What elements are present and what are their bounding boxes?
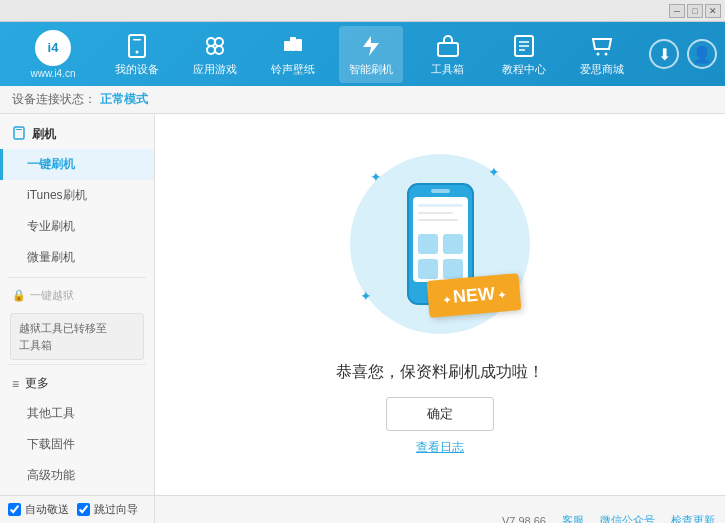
sidebar-notice: 越狱工具已转移至工具箱 <box>10 313 144 360</box>
svg-rect-2 <box>133 39 141 41</box>
svg-point-5 <box>207 46 215 54</box>
svg-rect-28 <box>418 259 438 279</box>
sidebar-divider-1 <box>8 277 146 278</box>
nav-toolbox[interactable]: 工具箱 <box>418 26 478 83</box>
maximize-button[interactable]: □ <box>687 4 703 18</box>
minimize-button[interactable]: ─ <box>669 4 685 18</box>
svg-point-16 <box>604 52 607 55</box>
sidebar-item-data-flash[interactable]: 微量刷机 <box>0 242 154 273</box>
tutorials-icon <box>510 32 538 60</box>
svg-rect-18 <box>16 129 22 130</box>
shop-icon <box>588 32 616 60</box>
nav-ringtones[interactable]: 铃声壁纸 <box>261 26 325 83</box>
sidebar-more-section: ≡ 更多 <box>0 369 154 398</box>
nav-smart-flash-label: 智能刷机 <box>349 62 393 77</box>
skip-wizard-group: 跳过向导 <box>77 502 138 517</box>
auto-send-checkbox[interactable] <box>8 503 21 516</box>
sidebar-item-one-click-flash[interactable]: 一键刷机 <box>0 149 154 180</box>
nav-tutorials[interactable]: 教程中心 <box>492 26 556 83</box>
sidebar-flash-label: 刷机 <box>32 126 56 143</box>
success-message: 恭喜您，保资料刷机成功啦！ <box>336 362 544 383</box>
auto-send-group: 自动敬送 <box>8 502 69 517</box>
user-button[interactable]: 👤 <box>687 39 717 69</box>
svg-rect-0 <box>129 35 145 57</box>
show-daily-link[interactable]: 查看日志 <box>416 439 464 456</box>
lock-icon: 🔒 <box>12 289 26 302</box>
status-label: 设备连接状态： <box>12 91 96 108</box>
sidebar-more-label: 更多 <box>25 375 49 392</box>
sidebar-flash-section: 刷机 <box>0 120 154 149</box>
sidebar-divider-2 <box>8 364 146 365</box>
nav-my-device[interactable]: 我的设备 <box>105 26 169 83</box>
svg-point-3 <box>207 38 215 46</box>
service-link[interactable]: 客服 <box>562 513 584 523</box>
sidebar-one-click-jailbreak: 🔒 一键越狱 <box>0 282 154 309</box>
flash-section-icon <box>12 126 26 143</box>
nav-toolbox-label: 工具箱 <box>431 62 464 77</box>
bottom-left-panel: 自动敬送 跳过向导 📱 iPhone 12 mini 64GB Down-12m… <box>0 496 155 523</box>
svg-rect-22 <box>431 189 450 193</box>
svg-rect-10 <box>438 43 458 56</box>
nav-ringtones-label: 铃声壁纸 <box>271 62 315 77</box>
nav-my-device-label: 我的设备 <box>115 62 159 77</box>
svg-rect-9 <box>296 39 302 51</box>
svg-rect-17 <box>14 127 24 139</box>
status-bar: 设备连接状态： 正常模式 <box>0 86 725 114</box>
bottom-right-panel: V7.98.66 客服 微信公众号 检查更新 <box>155 496 725 523</box>
svg-point-1 <box>136 50 139 53</box>
nav-tutorials-label: 教程中心 <box>502 62 546 77</box>
sparkle3: ✦ <box>360 288 372 304</box>
content-area: ✦ ✦ ✦ <box>155 114 725 495</box>
one-click-jailbreak-label: 一键越狱 <box>30 288 74 303</box>
nav-smart-flash[interactable]: 智能刷机 <box>339 26 403 83</box>
svg-point-15 <box>596 52 599 55</box>
toolbox-icon <box>434 32 462 60</box>
smart-flash-icon <box>357 32 385 60</box>
success-illustration: ✦ ✦ ✦ <box>340 154 540 334</box>
sidebar-item-download-firmware[interactable]: 下载固件 <box>0 429 154 460</box>
skip-wizard-checkbox[interactable] <box>77 503 90 516</box>
sidebar-item-other-tools[interactable]: 其他工具 <box>0 398 154 429</box>
circle-bg: ✦ ✦ ✦ <box>350 154 530 334</box>
nav-shop[interactable]: 爱思商城 <box>570 26 634 83</box>
header: i4 www.i4.cn 我的设备 <box>0 22 725 86</box>
wechat-link[interactable]: 微信公众号 <box>600 513 655 523</box>
title-bar: ─ □ ✕ <box>0 0 725 22</box>
version-label: V7.98.66 <box>502 515 546 524</box>
phone-new-wrapper: ✦ ✦ ✦ <box>340 154 540 334</box>
sparkle2: ✦ <box>488 164 500 180</box>
update-link[interactable]: 检查更新 <box>671 513 715 523</box>
svg-rect-23 <box>418 204 463 207</box>
close-button[interactable]: ✕ <box>705 4 721 18</box>
sidebar-item-advanced[interactable]: 高级功能 <box>0 460 154 491</box>
svg-point-6 <box>215 46 223 54</box>
more-section-icon: ≡ <box>12 377 19 391</box>
bottom-bar-full: 自动敬送 跳过向导 📱 iPhone 12 mini 64GB Down-12m… <box>0 495 725 523</box>
sidebar: 刷机 一键刷机 iTunes刷机 专业刷机 微量刷机 🔒 一键越狱 越狱工具已转… <box>0 114 155 495</box>
ringtones-icon <box>279 32 307 60</box>
svg-rect-24 <box>418 212 453 214</box>
nav-apps[interactable]: 应用游戏 <box>183 26 247 83</box>
svg-rect-27 <box>443 234 463 254</box>
download-button[interactable]: ⬇ <box>649 39 679 69</box>
svg-rect-29 <box>443 259 463 279</box>
apps-icon <box>201 32 229 60</box>
svg-rect-25 <box>418 219 458 221</box>
status-value: 正常模式 <box>100 91 148 108</box>
auto-send-label: 自动敬送 <box>25 502 69 517</box>
logo-subtitle: www.i4.cn <box>30 68 75 79</box>
nav-apps-label: 应用游戏 <box>193 62 237 77</box>
sidebar-item-itunes-flash[interactable]: iTunes刷机 <box>0 180 154 211</box>
svg-rect-26 <box>418 234 438 254</box>
svg-rect-7 <box>284 41 290 51</box>
my-device-icon <box>123 32 151 60</box>
nav-right: ⬇ 👤 <box>649 39 717 69</box>
nav-shop-label: 爱思商城 <box>580 62 624 77</box>
logo-icon: i4 <box>35 30 71 66</box>
skip-wizard-label: 跳过向导 <box>94 502 138 517</box>
sidebar-item-pro-flash[interactable]: 专业刷机 <box>0 211 154 242</box>
svg-point-4 <box>215 38 223 46</box>
sparkle1: ✦ <box>370 169 382 185</box>
logo-area: i4 www.i4.cn <box>8 30 98 79</box>
confirm-button[interactable]: 确定 <box>386 397 494 431</box>
